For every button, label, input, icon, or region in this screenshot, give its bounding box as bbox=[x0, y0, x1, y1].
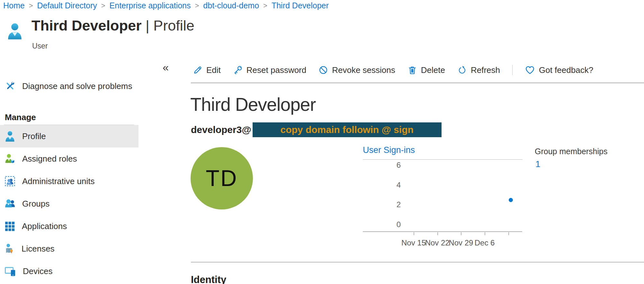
x-tick-mark bbox=[414, 232, 414, 235]
upn-prefix: developer3@ bbox=[191, 124, 251, 135]
avatar: TD bbox=[191, 147, 253, 209]
edit-button[interactable]: Edit bbox=[193, 65, 221, 75]
group-memberships-count-link[interactable]: 1 bbox=[535, 159, 541, 169]
groups-icon bbox=[5, 199, 15, 209]
breadcrumb-dbt-cloud-demo[interactable]: dbt-cloud-demo bbox=[203, 1, 259, 10]
profile-display-name: Third Developer bbox=[190, 94, 316, 115]
divider bbox=[191, 262, 644, 262]
breadcrumb-separator: > bbox=[29, 2, 33, 10]
sidebar-item-label: Assigned roles bbox=[22, 154, 77, 164]
refresh-icon bbox=[457, 65, 467, 75]
sidebar-item-administrative-units[interactable]: Administrative units bbox=[0, 170, 139, 192]
administrative-units-icon bbox=[5, 176, 15, 186]
breadcrumb-enterprise-applications[interactable]: Enterprise applications bbox=[110, 1, 191, 10]
breadcrumb: Home > Default Directory > Enterprise ap… bbox=[3, 1, 329, 10]
devices-icon bbox=[5, 266, 16, 276]
breadcrumb-home[interactable]: Home bbox=[3, 1, 25, 10]
object-type-label: User bbox=[32, 42, 48, 50]
block-icon bbox=[318, 65, 328, 75]
delete-button[interactable]: Delete bbox=[407, 65, 445, 75]
sidebar-item-diagnose[interactable]: Diagnose and solve problems bbox=[0, 77, 139, 95]
breadcrumb-third-developer[interactable]: Third Developer bbox=[272, 1, 329, 10]
x-tick-mark bbox=[508, 232, 509, 235]
x-tick-mark bbox=[485, 232, 485, 235]
sidebar-item-label: Licenses bbox=[22, 244, 55, 254]
diagnose-tools-icon bbox=[5, 81, 15, 91]
sidebar-item-licenses[interactable]: Licenses bbox=[0, 237, 139, 260]
sidebar-item-label: Applications bbox=[22, 221, 67, 231]
breadcrumb-separator: > bbox=[263, 2, 267, 10]
sidebar-item-profile[interactable]: Profile bbox=[0, 125, 139, 147]
sidebar-item-label: Administrative units bbox=[22, 176, 94, 186]
signins-plot: 6420Nov 15Nov 22Nov 29Dec 6 bbox=[363, 145, 527, 254]
refresh-button[interactable]: Refresh bbox=[457, 65, 500, 75]
profile-person-icon bbox=[5, 131, 15, 142]
key-icon bbox=[233, 65, 243, 75]
user-principal-name: developer3@ copy domain followin @ sign bbox=[191, 122, 442, 137]
x-axis-line bbox=[363, 231, 522, 232]
sidebar: Diagnose and solve problems Manage Profi… bbox=[0, 77, 139, 282]
x-tick-mark bbox=[437, 232, 438, 235]
x-tick-mark bbox=[461, 232, 461, 235]
breadcrumb-separator: > bbox=[195, 2, 199, 10]
x-tick-label: Dec 6 bbox=[469, 238, 501, 247]
page-title-section: Profile bbox=[153, 17, 194, 34]
page-title-name: Third Developer bbox=[31, 17, 142, 34]
user-signins-chart: User Sign-ins 6420Nov 15Nov 22Nov 29Dec … bbox=[363, 145, 527, 254]
page-title: Third Developer | Profile bbox=[31, 17, 194, 34]
sidebar-section-manage: Manage bbox=[0, 111, 139, 123]
pencil-icon bbox=[193, 65, 202, 75]
toolbar-button-label: Edit bbox=[206, 65, 221, 75]
sidebar-item-label: Profile bbox=[22, 131, 46, 141]
assigned-roles-icon bbox=[5, 154, 15, 164]
sidebar-item-label: Groups bbox=[22, 199, 49, 209]
sidebar-item-applications[interactable]: Applications bbox=[0, 215, 139, 237]
breadcrumb-default-directory[interactable]: Default Directory bbox=[37, 1, 97, 10]
reset-password-button[interactable]: Reset password bbox=[233, 65, 306, 75]
heart-icon bbox=[525, 65, 535, 75]
signin-data-point bbox=[509, 198, 513, 202]
toolbar-button-label: Reset password bbox=[246, 65, 306, 75]
sidebar-item-groups[interactable]: Groups bbox=[0, 192, 139, 215]
sidebar-item-label: Diagnose and solve problems bbox=[22, 81, 132, 91]
redacted-domain-note: copy domain followin @ sign bbox=[253, 122, 442, 137]
toolbar-button-label: Got feedback? bbox=[539, 65, 593, 75]
sidebar-item-label: Devices bbox=[23, 266, 52, 276]
toolbar-button-label: Refresh bbox=[471, 65, 500, 75]
y-tick-label: 6 bbox=[385, 161, 401, 169]
collapse-menu-button[interactable]: « bbox=[163, 61, 169, 74]
applications-grid-icon bbox=[5, 221, 15, 231]
group-memberships-label: Group memberships bbox=[535, 147, 607, 156]
toolbar-button-label: Revoke sessions bbox=[332, 65, 395, 75]
sidebar-item-assigned-roles[interactable]: Assigned roles bbox=[0, 147, 139, 170]
licenses-icon bbox=[5, 244, 14, 254]
trash-icon bbox=[407, 65, 417, 75]
toolbar-separator bbox=[512, 65, 513, 75]
breadcrumb-separator: > bbox=[101, 2, 105, 10]
got-feedback-button[interactable]: Got feedback? bbox=[525, 65, 593, 75]
revoke-sessions-button[interactable]: Revoke sessions bbox=[318, 65, 395, 75]
toolbar-button-label: Delete bbox=[421, 65, 445, 75]
y-tick-label: 4 bbox=[385, 181, 401, 189]
y-tick-label: 0 bbox=[385, 220, 401, 229]
identity-section-heading: Identity bbox=[191, 274, 226, 284]
y-tick-label: 2 bbox=[385, 200, 401, 209]
user-avatar-icon bbox=[7, 22, 22, 40]
page-title-divider: | bbox=[146, 17, 149, 34]
divider bbox=[191, 83, 644, 83]
sidebar-item-devices[interactable]: Devices bbox=[0, 260, 139, 282]
command-toolbar: Edit Reset password Revoke sessions bbox=[193, 63, 593, 77]
